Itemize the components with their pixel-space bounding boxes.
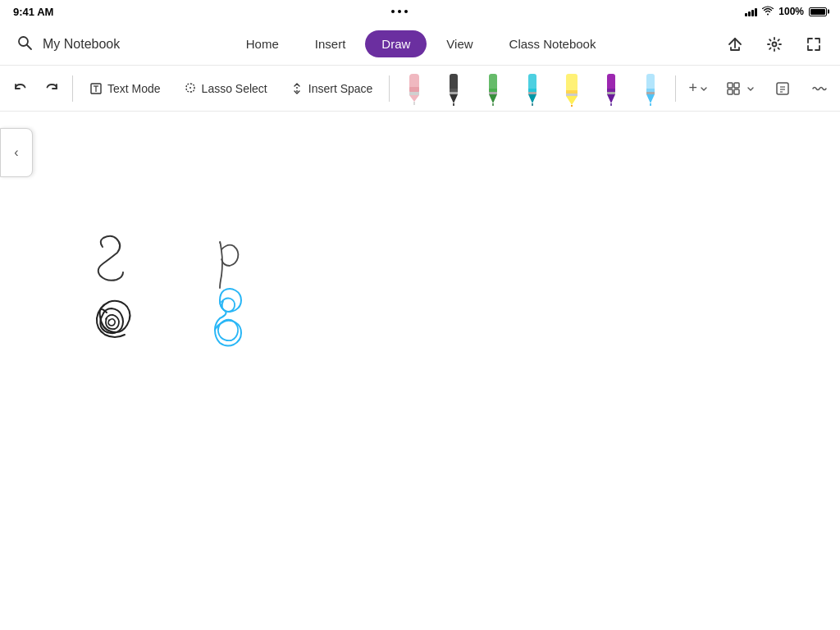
undo-button[interactable] — [7, 76, 34, 101]
svg-rect-36 — [728, 83, 733, 88]
divider-2 — [389, 75, 390, 102]
shapes-button[interactable] — [719, 75, 761, 102]
tab-draw[interactable]: Draw — [365, 30, 427, 57]
yellow-highlighter-tool[interactable] — [554, 71, 590, 107]
svg-rect-38 — [728, 89, 733, 94]
svg-rect-18 — [489, 92, 497, 94]
add-pen-button[interactable]: + — [682, 75, 716, 102]
text-mode-label: Text Mode — [107, 82, 161, 95]
tab-home[interactable]: Home — [230, 30, 295, 57]
search-button[interactable] — [13, 31, 36, 57]
svg-rect-40 — [777, 83, 788, 94]
signal-icon — [745, 7, 757, 16]
text-mode-button[interactable]: Text Mode — [80, 77, 171, 100]
nav-right — [722, 31, 827, 57]
svg-rect-34 — [646, 92, 655, 94]
svg-line-1 — [27, 45, 31, 49]
fullscreen-button[interactable] — [801, 31, 827, 57]
lasso-select-label: Lasso Select — [202, 82, 267, 95]
settings-button[interactable] — [761, 31, 788, 57]
battery-label: 100% — [778, 6, 804, 17]
tab-view[interactable]: View — [430, 30, 489, 57]
nav-bar: My Notebook Home Insert Draw View Class … — [0, 23, 840, 66]
svg-point-0 — [19, 37, 28, 46]
sticky-note-button[interactable] — [768, 75, 797, 102]
wifi-icon — [762, 6, 774, 18]
insert-space-button[interactable]: Insert Space — [281, 77, 383, 100]
purple-pen-tool[interactable] — [593, 71, 629, 107]
blue-pen-tool[interactable] — [514, 71, 550, 107]
svg-rect-10 — [409, 92, 419, 95]
drawing-content — [0, 112, 840, 630]
dot-1 — [391, 10, 395, 13]
svg-point-2 — [772, 42, 776, 46]
toolbar: Text Mode Lasso Select Insert Space — [0, 66, 840, 112]
more-options-button[interactable] — [804, 75, 833, 102]
canvas-area: ‹ — [0, 112, 840, 630]
svg-rect-9 — [409, 87, 419, 92]
side-panel-toggle[interactable]: ‹ — [0, 128, 33, 177]
share-button[interactable] — [722, 31, 748, 57]
svg-rect-22 — [528, 92, 536, 94]
svg-rect-30 — [607, 92, 615, 94]
tab-insert[interactable]: Insert — [299, 30, 363, 57]
svg-rect-14 — [450, 92, 458, 94]
eraser-tool[interactable] — [396, 71, 432, 107]
black-pen-tool[interactable] — [436, 71, 472, 107]
status-time: 9:41 AM — [13, 6, 53, 18]
tab-class-notebook[interactable]: Class Notebook — [493, 30, 613, 57]
svg-rect-39 — [734, 89, 739, 94]
status-bar: 9:41 AM 100% — [0, 0, 840, 23]
dot-2 — [398, 10, 401, 13]
nav-left: My Notebook — [13, 31, 120, 57]
chevron-left-icon: ‹ — [14, 145, 18, 160]
status-center-dots — [391, 10, 408, 13]
lasso-select-button[interactable]: Lasso Select — [174, 77, 277, 100]
nav-tabs: Home Insert Draw View Class Notebook — [230, 30, 613, 57]
dot-3 — [404, 10, 408, 13]
light-blue-pen-tool[interactable] — [632, 71, 669, 107]
svg-rect-37 — [734, 83, 739, 88]
divider-3 — [675, 75, 676, 102]
svg-point-6 — [189, 87, 191, 89]
notebook-title: My Notebook — [43, 37, 120, 52]
green-pen-tool[interactable] — [475, 71, 511, 107]
divider-1 — [72, 75, 73, 102]
drawing-canvas[interactable] — [0, 112, 840, 630]
battery-icon — [809, 7, 827, 16]
status-right: 100% — [745, 6, 827, 18]
redo-button[interactable] — [38, 76, 66, 101]
svg-rect-26 — [566, 94, 578, 96]
insert-space-label: Insert Space — [308, 82, 373, 95]
toolbar-right — [719, 75, 833, 102]
